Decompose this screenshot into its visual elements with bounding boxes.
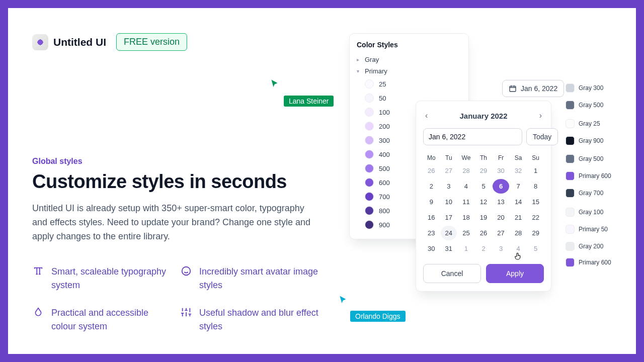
brand-logo: Untitled UI [32, 34, 106, 50]
calendar-day[interactable]: 12 [475, 195, 492, 209]
calendar-day[interactable]: 5 [527, 241, 544, 256]
panel-title: Color Styles [357, 41, 461, 49]
color-annotation: Gray 700 [566, 189, 621, 198]
annotation-swatch [566, 101, 575, 110]
calendar-day[interactable]: 32 [510, 163, 527, 178]
calendar-day[interactable]: 30 [493, 163, 509, 178]
calendar-day[interactable]: 16 [423, 210, 440, 225]
annotation-swatch [566, 242, 575, 251]
annotation-label: Primary 600 [579, 259, 611, 266]
calendar-day[interactable]: 27 [441, 163, 457, 178]
calendar-day[interactable]: 2 [475, 241, 492, 256]
swatch-icon [365, 150, 374, 159]
annotation-label: Gray 700 [579, 190, 603, 197]
calendar-day[interactable]: 26 [475, 226, 492, 240]
date-chip[interactable]: Jan 6, 2022 [502, 80, 564, 97]
annotation-label: Gray 100 [579, 209, 603, 216]
user-tag-orlando: Orlando Diggs [350, 311, 406, 322]
swatch-label: 25 [379, 80, 386, 88]
calendar-day[interactable]: 30 [423, 241, 440, 256]
annotation-swatch [566, 225, 575, 234]
annotation-label: Gray 300 [579, 84, 603, 92]
calendar-day[interactable]: 18 [458, 210, 474, 225]
calendar-day[interactable]: 5 [475, 179, 492, 194]
drop-icon [32, 306, 44, 318]
annotation-swatch [566, 189, 575, 198]
calendar-day[interactable]: 14 [510, 195, 527, 209]
calendar-day[interactable]: 26 [423, 163, 440, 178]
calendar-day[interactable]: 1 [458, 241, 474, 256]
annotation-swatch [566, 136, 575, 145]
description: Untitled UI is already setup with 350+ s… [32, 202, 319, 244]
type-icon [32, 265, 44, 277]
calendar-day[interactable]: 17 [441, 210, 457, 225]
annotation-swatch [566, 154, 575, 163]
calendar-day[interactable]: 27 [493, 226, 509, 240]
calendar-day[interactable]: 24 [441, 226, 457, 240]
swatch-icon [365, 79, 374, 88]
swatch-row[interactable]: 25 [365, 77, 461, 91]
svg-point-0 [182, 266, 191, 275]
calendar-day[interactable]: 25 [458, 226, 474, 240]
next-month-button[interactable]: › [537, 109, 544, 122]
calendar-day[interactable]: 4 [458, 179, 474, 194]
date-input[interactable] [423, 128, 522, 145]
svg-rect-1 [510, 86, 516, 92]
swatch-label: 500 [379, 165, 390, 172]
swatch-icon [365, 108, 374, 117]
color-group-primary[interactable]: ▾Primary [357, 65, 461, 77]
calendar-day[interactable]: 29 [475, 163, 492, 178]
calendar-day[interactable]: 31 [441, 241, 457, 256]
calendar-day[interactable]: 1 [527, 163, 544, 178]
calendar-day[interactable]: 20 [493, 210, 509, 225]
swatch-icon [365, 220, 374, 229]
annotation-swatch [566, 208, 575, 217]
calendar-day[interactable]: 6 [493, 179, 509, 194]
calendar-day[interactable]: 7 [510, 179, 527, 194]
color-annotation: Gray 25 [566, 119, 621, 128]
month-label: January 2022 [459, 112, 507, 120]
today-button[interactable]: Today [526, 128, 558, 145]
calendar-day[interactable]: 3 [493, 241, 509, 256]
calendar-day[interactable]: 13 [493, 195, 509, 209]
eyebrow: Global styles [32, 157, 319, 166]
annotation-label: Gray 500 [579, 155, 603, 162]
calendar-day[interactable]: 11 [458, 195, 474, 209]
swatch-label: 50 [379, 95, 386, 102]
calendar-day[interactable]: 3 [441, 179, 457, 194]
calendar-day[interactable]: 28 [510, 226, 527, 240]
annotation-label: Primary 50 [579, 226, 608, 233]
calendar-day[interactable]: 9 [423, 195, 440, 209]
apply-button[interactable]: Apply [486, 264, 544, 283]
date-picker: ‹ January 2022 › Today MoTuWeThFrSaSu 26… [416, 101, 551, 292]
swatch-label: 300 [379, 137, 390, 144]
calendar-day[interactable]: 10 [441, 195, 457, 209]
swatch-icon [365, 192, 374, 201]
weekday-label: Mo [423, 152, 440, 163]
prev-month-button[interactable]: ‹ [423, 109, 430, 122]
swatch-icon [365, 136, 374, 145]
color-annotation: Primary 50 [566, 225, 621, 234]
feature-text: Practical and accessible colour system [51, 306, 171, 333]
calendar-day[interactable]: 8 [527, 179, 544, 194]
calendar-day[interactable]: 19 [475, 210, 492, 225]
calendar-day[interactable]: 23 [423, 226, 440, 240]
weekday-label: Su [527, 152, 544, 163]
color-annotation: Gray 500 [566, 154, 621, 163]
swatch-icon [365, 206, 374, 215]
color-group-gray[interactable]: ▸Gray [357, 54, 461, 65]
feature-text: Incredibly smart avatar image styles [199, 265, 319, 292]
swatch-label: 900 [379, 221, 390, 229]
weekday-label: We [458, 152, 474, 163]
cancel-button[interactable]: Cancel [423, 264, 481, 283]
calendar-day[interactable]: 29 [527, 226, 544, 240]
calendar-icon [509, 84, 517, 93]
calendar-day[interactable]: 22 [527, 210, 544, 225]
smile-icon [180, 265, 192, 277]
feature-text: Smart, scaleable typography system [51, 265, 171, 292]
calendar-day[interactable]: 2 [423, 179, 440, 194]
calendar-day[interactable]: 15 [527, 195, 544, 209]
calendar-day[interactable]: 28 [458, 163, 474, 178]
calendar-day[interactable]: 21 [510, 210, 527, 225]
cursor-icon [338, 295, 349, 306]
